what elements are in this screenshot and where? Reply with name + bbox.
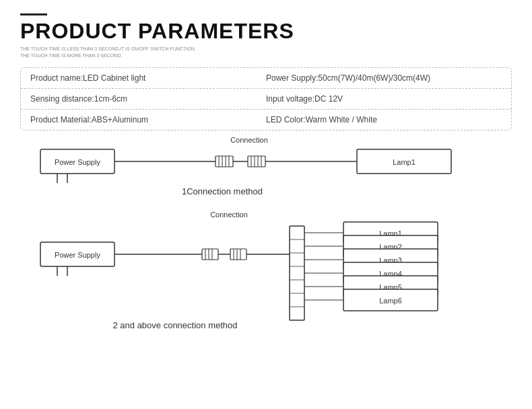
params-row-2: Sensing distance:1cm-6cm Input voltage:D… bbox=[21, 89, 511, 110]
svg-text:Power Supply: Power Supply bbox=[55, 158, 100, 166]
params-row-1: Product name:LED Cabinet light Power Sup… bbox=[21, 68, 511, 89]
svg-text:Connection: Connection bbox=[230, 136, 268, 144]
svg-rect-32 bbox=[230, 249, 246, 260]
svg-text:1Connection method: 1Connection method bbox=[182, 186, 263, 196]
svg-text:Connection: Connection bbox=[210, 211, 248, 219]
params-cell-2-2: Input voltage:DC 12V bbox=[266, 94, 502, 104]
svg-text:Power Supply: Power Supply bbox=[55, 251, 100, 259]
svg-text:2 and above connection method: 2 and above connection method bbox=[112, 320, 237, 330]
diagram-2-svg: Connection Power Supply bbox=[20, 207, 525, 342]
page: PRODUCT PARAMETERS THE TOUCH TIME IS LES… bbox=[0, 0, 532, 409]
params-cell-3-1: Product Material:ABS+Aluminum bbox=[30, 115, 266, 124]
params-row-3: Product Material:ABS+Aluminum LED Color:… bbox=[21, 110, 511, 130]
svg-rect-27 bbox=[202, 249, 218, 260]
svg-text:Lamp6: Lamp6 bbox=[379, 297, 402, 305]
svg-rect-12 bbox=[248, 156, 265, 167]
params-cell-1-1: Product name:LED Cabinet light bbox=[30, 73, 266, 83]
svg-rect-37 bbox=[290, 226, 304, 320]
svg-text:Lamp1: Lamp1 bbox=[393, 158, 415, 166]
diagram-2-section: Connection Power Supply bbox=[20, 207, 512, 344]
params-cell-2-1: Sensing distance:1cm-6cm bbox=[30, 94, 266, 104]
diagram-1-section: Connection Power Supply bbox=[20, 131, 512, 207]
params-cell-3-2: LED Color:Warm White / White bbox=[266, 115, 502, 124]
params-cell-1-2: Power Supply:50cm(7W)/40m(6W)/30cm(4W) bbox=[266, 73, 502, 83]
params-table: Product name:LED Cabinet light Power Sup… bbox=[20, 67, 512, 131]
main-title: PRODUCT PARAMETERS bbox=[20, 20, 512, 43]
subtitle: THE TOUCH TIME IS LESS THAN 3 SECOND,IT … bbox=[20, 46, 512, 59]
svg-rect-6 bbox=[215, 156, 233, 167]
diagram-1-svg: Connection Power Supply bbox=[20, 131, 505, 204]
header-bar bbox=[20, 13, 47, 15]
